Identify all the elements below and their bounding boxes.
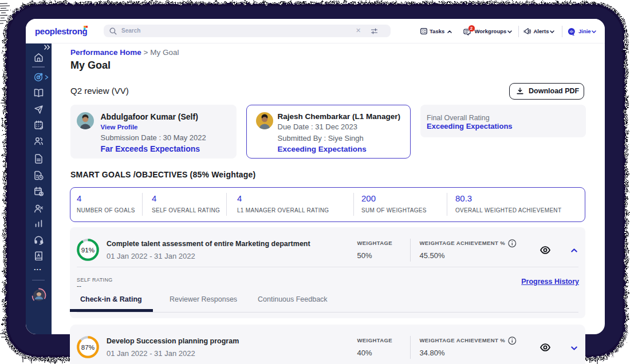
svg-text:87%: 87% bbox=[81, 343, 94, 350]
svg-text:91%: 91% bbox=[81, 246, 94, 253]
